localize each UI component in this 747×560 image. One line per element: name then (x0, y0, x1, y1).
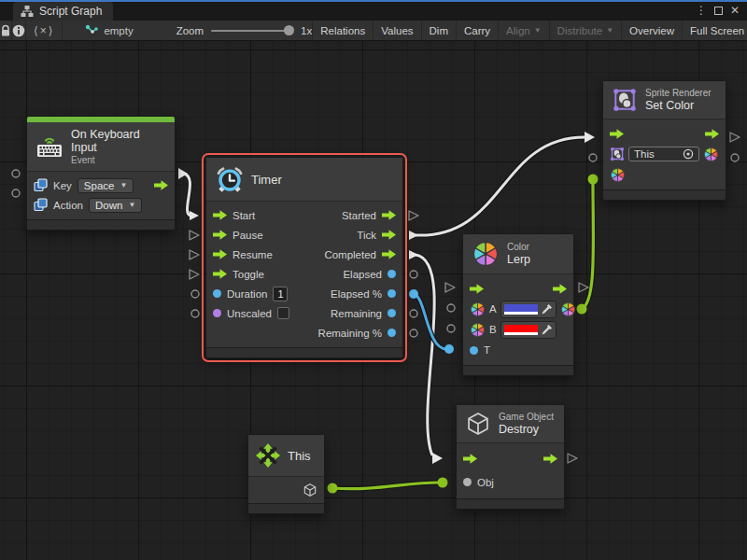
node-destroy[interactable]: Game Object Destroy Obj (456, 404, 565, 510)
port-lerp-flow-in[interactable] (445, 283, 455, 292)
port-timer-remaining-pct[interactable] (410, 329, 417, 337)
port-timer-start[interactable] (190, 211, 199, 220)
port-timer-resume[interactable] (190, 250, 199, 259)
port-timer-duration[interactable] (191, 290, 199, 298)
keycode-icon (34, 178, 48, 192)
graph-name: empty (104, 25, 133, 36)
value-port-icon (213, 289, 221, 298)
carry-button[interactable]: Carry (456, 21, 498, 40)
obj-label: Obj (477, 477, 494, 488)
port-timer-completed[interactable] (409, 250, 418, 259)
lock-button[interactable] (0, 21, 12, 40)
node-set-color[interactable]: Sprite Renderer Set Color This (602, 80, 726, 201)
wire-elapsed-pct-to-lerp-t[interactable] (414, 294, 446, 349)
wire-this-to-destroy-obj[interactable] (332, 483, 439, 489)
close-icon[interactable]: ✕ (730, 5, 740, 16)
object-picker-icon[interactable] (683, 148, 694, 160)
port-lerp-t[interactable] (444, 344, 454, 354)
port-timer-started[interactable] (409, 211, 418, 220)
code-preview-button[interactable]: ⟨×⟩ (26, 21, 63, 40)
wire-keyboard-to-timer-start[interactable] (184, 174, 190, 216)
fullscreen-button[interactable]: Full Screen (682, 21, 747, 40)
node-timer[interactable]: Timer Start Started Pause Tick Resume Co… (205, 157, 403, 358)
target-object-field[interactable]: This (628, 147, 699, 161)
action-dropdown[interactable]: Down▼ (89, 198, 142, 213)
color-wheel-icon (470, 322, 486, 338)
port-destroy-flow-in[interactable] (432, 453, 443, 464)
alpha-bar (504, 312, 538, 315)
color-b-field[interactable] (500, 321, 557, 339)
window-controls: ⋮ ✕ (696, 0, 747, 21)
node-title: Lerp (507, 253, 530, 266)
node-this[interactable]: This (247, 434, 325, 514)
flow-in-arrow-icon (470, 284, 484, 294)
port-destroy-obj-in[interactable] (438, 478, 448, 488)
keyboard-key-row: Key Space▼ (27, 175, 175, 195)
unity-visual-scripting-window: Script Graph ⋮ ✕ ⟨×⟩ empty Zoom 1x Relat… (0, 0, 747, 560)
port-timer-remaining[interactable] (410, 310, 417, 317)
port-timer-elapsed-pct[interactable] (409, 289, 418, 299)
zoom-slider-handle[interactable] (284, 25, 294, 35)
graph-reference[interactable]: empty (76, 21, 142, 40)
sprite-renderer-icon (610, 147, 625, 161)
value-port-icon (388, 309, 396, 317)
info-button[interactable] (12, 21, 26, 40)
wire-tick-to-setcolor-flow[interactable] (416, 137, 585, 235)
port-timer-tick[interactable] (409, 231, 418, 240)
wire-completed-to-destroy-flow[interactable] (416, 255, 434, 455)
port-setcolor-color-in[interactable] (588, 175, 599, 185)
eyedropper-icon[interactable] (541, 324, 553, 336)
window-menu-icon[interactable]: ⋮ (696, 5, 707, 16)
port-timer-pause[interactable] (190, 231, 199, 240)
code-icon: ⟨×⟩ (34, 24, 54, 37)
zoom-slider[interactable] (211, 30, 293, 32)
timer-row-resume-completed: Resume Completed (206, 245, 402, 264)
port-timer-unscaled[interactable] (191, 310, 199, 317)
align-button[interactable]: Align▼ (498, 21, 549, 40)
tab-script-graph[interactable]: Script Graph (13, 2, 113, 21)
duration-input[interactable]: 1 (273, 287, 288, 301)
unscaled-checkbox[interactable] (277, 307, 289, 319)
distribute-button[interactable]: Distribute▼ (549, 21, 622, 40)
port-setcolor-flow-in[interactable] (585, 132, 595, 143)
port-keyboard-key-in[interactable] (12, 170, 20, 177)
port-destroy-flow-out[interactable] (568, 454, 577, 463)
zoom-value: 1x (301, 25, 312, 36)
port-setcolor-target-in[interactable] (589, 154, 597, 161)
port-keyboard-action-in[interactable] (12, 189, 20, 197)
chevron-down-icon: ▼ (606, 26, 613, 35)
node-category: Color (507, 242, 530, 252)
relations-button[interactable]: Relations (312, 21, 373, 40)
port-lerp-flow-out[interactable] (579, 283, 588, 292)
t-label: T (484, 344, 490, 356)
lerp-flow-row (463, 278, 573, 299)
port-setcolor-out[interactable] (731, 154, 739, 161)
node-header: On Keyboard Input Event (27, 122, 175, 172)
key-dropdown[interactable]: Space▼ (78, 178, 134, 193)
overview-button[interactable]: Overview (621, 21, 682, 40)
node-footer (457, 498, 564, 509)
node-on-keyboard-input[interactable]: On Keyboard Input Event Key Space▼ Actio… (26, 116, 176, 231)
dim-button[interactable]: Dim (421, 21, 456, 40)
game-object-icon (303, 483, 317, 497)
port-lerp-a[interactable] (447, 304, 455, 312)
graph-canvas[interactable]: On Keyboard Input Event Key Space▼ Actio… (0, 41, 747, 560)
maximize-icon[interactable] (714, 7, 723, 15)
action-label: Action (53, 200, 83, 211)
color-a-field[interactable] (500, 301, 557, 318)
port-setcolor-flow-out[interactable] (730, 133, 740, 142)
port-timer-toggle[interactable] (190, 270, 199, 279)
node-header: Game Object Destroy (457, 405, 564, 443)
color-a-swatch[interactable] (504, 304, 538, 315)
node-footer (248, 503, 324, 513)
node-color-lerp[interactable]: Color Lerp A (462, 233, 574, 376)
color-b-swatch[interactable] (504, 325, 538, 335)
port-timer-elapsed[interactable] (410, 271, 417, 278)
values-button[interactable]: Values (373, 21, 420, 40)
keyboard-action-row: Action Down▼ (27, 195, 175, 215)
eyedropper-icon[interactable] (541, 303, 553, 315)
setcolor-color-row (603, 164, 726, 185)
port-this-out[interactable] (328, 483, 338, 494)
port-lerp-b[interactable] (447, 325, 455, 332)
port-lerp-color-out[interactable] (577, 304, 587, 315)
